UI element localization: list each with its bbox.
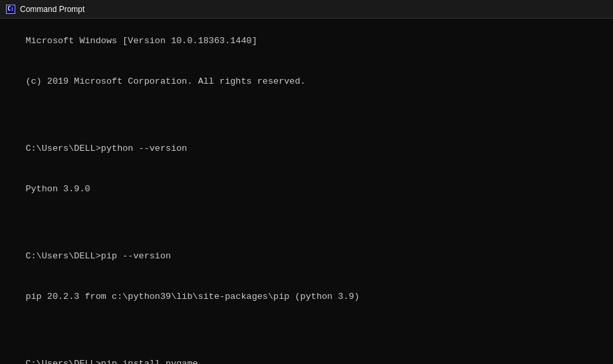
- line-windows-version: Microsoft Windows [Version 10.0.18363.14…: [25, 36, 257, 46]
- line-copyright: (c) 2019 Microsoft Corporation. All righ…: [25, 76, 305, 86]
- cmd-icon: C:: [5, 4, 16, 15]
- title-bar: C: Command Prompt: [0, 0, 613, 19]
- line-pip-install-cmd: C:\Users\DELL>pip install pygame: [25, 359, 197, 364]
- line-pip-cmd: C:\Users\DELL>pip --version: [25, 251, 171, 261]
- line-python-cmd: C:\Users\DELL>python --version: [25, 143, 187, 153]
- window-title: Command Prompt: [20, 5, 84, 14]
- line-python-version: Python 3.9.0: [25, 184, 90, 194]
- line-pip-version: pip 20.2.3 from c:\python39\lib\site-pac…: [25, 292, 359, 302]
- console-output: Microsoft Windows [Version 10.0.18363.14…: [4, 21, 609, 364]
- console-body[interactable]: Microsoft Windows [Version 10.0.18363.14…: [0, 19, 613, 364]
